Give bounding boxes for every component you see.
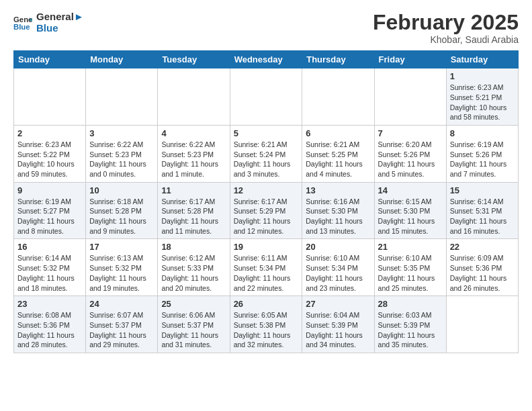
day-info: Sunrise: 6:15 AMSunset: 5:30 PMDaylight:…: [378, 197, 443, 236]
calendar-cell: [446, 296, 518, 353]
day-number: 11: [161, 185, 226, 195]
calendar-cell: [158, 68, 230, 126]
week-row-1: 1Sunrise: 6:23 AMSunset: 5:21 PMDaylight…: [14, 68, 519, 126]
calendar-cell: 14Sunrise: 6:15 AMSunset: 5:30 PMDayligh…: [374, 182, 446, 239]
calendar-cell: 3Sunrise: 6:22 AMSunset: 5:23 PMDaylight…: [86, 125, 158, 182]
day-number: 20: [306, 242, 370, 252]
calendar-cell: [230, 68, 302, 126]
calendar-cell: 19Sunrise: 6:11 AMSunset: 5:34 PMDayligh…: [230, 239, 302, 296]
calendar-cell: 24Sunrise: 6:07 AMSunset: 5:37 PMDayligh…: [86, 296, 158, 353]
day-number: 8: [450, 128, 515, 138]
day-number: 1: [450, 71, 515, 81]
calendar-cell: [374, 68, 446, 126]
svg-text:Blue: Blue: [13, 24, 30, 32]
page: General Blue General► Blue February 2025…: [0, 0, 532, 364]
day-info: Sunrise: 6:10 AMSunset: 5:35 PMDaylight:…: [378, 253, 443, 293]
calendar-cell: 5Sunrise: 6:21 AMSunset: 5:24 PMDaylight…: [230, 125, 302, 182]
calendar-cell: 1Sunrise: 6:23 AMSunset: 5:21 PMDaylight…: [446, 68, 518, 126]
day-number: 6: [306, 128, 370, 138]
title-block: February 2025 Khobar, Saudi Arabia: [373, 11, 519, 45]
calendar-cell: 8Sunrise: 6:19 AMSunset: 5:26 PMDaylight…: [446, 125, 518, 182]
day-info: Sunrise: 6:05 AMSunset: 5:38 PMDaylight:…: [234, 310, 299, 350]
calendar-cell: 23Sunrise: 6:08 AMSunset: 5:36 PMDayligh…: [14, 296, 86, 353]
calendar-cell: 11Sunrise: 6:17 AMSunset: 5:28 PMDayligh…: [158, 182, 230, 239]
day-info: Sunrise: 6:17 AMSunset: 5:29 PMDaylight:…: [234, 197, 299, 236]
weekday-tuesday: Tuesday: [158, 51, 230, 68]
day-number: 14: [378, 185, 443, 195]
day-number: 27: [306, 299, 370, 309]
month-title: February 2025: [373, 11, 519, 34]
day-info: Sunrise: 6:19 AMSunset: 5:26 PMDaylight:…: [450, 140, 515, 179]
day-info: Sunrise: 6:17 AMSunset: 5:28 PMDaylight:…: [161, 197, 226, 236]
weekday-monday: Monday: [86, 51, 158, 68]
day-info: Sunrise: 6:07 AMSunset: 5:37 PMDaylight:…: [89, 310, 154, 350]
day-info: Sunrise: 6:04 AMSunset: 5:39 PMDaylight:…: [306, 310, 370, 350]
calendar-cell: 9Sunrise: 6:19 AMSunset: 5:27 PMDaylight…: [14, 182, 86, 239]
day-number: 15: [450, 185, 515, 195]
day-info: Sunrise: 6:14 AMSunset: 5:32 PMDaylight:…: [17, 253, 82, 293]
logo: General Blue General► Blue: [13, 11, 84, 34]
day-number: 12: [234, 185, 299, 195]
day-info: Sunrise: 6:20 AMSunset: 5:26 PMDaylight:…: [378, 140, 443, 179]
calendar-cell: 6Sunrise: 6:21 AMSunset: 5:25 PMDaylight…: [302, 125, 374, 182]
day-info: Sunrise: 6:06 AMSunset: 5:37 PMDaylight:…: [161, 310, 226, 350]
calendar-cell: 27Sunrise: 6:04 AMSunset: 5:39 PMDayligh…: [302, 296, 374, 353]
logo-general: General►: [36, 11, 84, 22]
day-number: 4: [161, 128, 226, 138]
day-info: Sunrise: 6:09 AMSunset: 5:36 PMDaylight:…: [450, 253, 515, 293]
day-number: 21: [378, 242, 443, 252]
day-info: Sunrise: 6:13 AMSunset: 5:32 PMDaylight:…: [89, 253, 154, 293]
logo-icon: General Blue: [13, 13, 32, 32]
day-info: Sunrise: 6:23 AMSunset: 5:22 PMDaylight:…: [17, 140, 82, 179]
day-info: Sunrise: 6:03 AMSunset: 5:39 PMDaylight:…: [378, 310, 443, 350]
weekday-header-row: SundayMondayTuesdayWednesdayThursdayFrid…: [14, 51, 519, 68]
calendar-cell: 7Sunrise: 6:20 AMSunset: 5:26 PMDaylight…: [374, 125, 446, 182]
week-row-5: 23Sunrise: 6:08 AMSunset: 5:36 PMDayligh…: [14, 296, 519, 353]
week-row-2: 2Sunrise: 6:23 AMSunset: 5:22 PMDaylight…: [14, 125, 519, 182]
calendar-cell: [14, 68, 86, 126]
location-subtitle: Khobar, Saudi Arabia: [373, 34, 519, 45]
calendar-cell: 28Sunrise: 6:03 AMSunset: 5:39 PMDayligh…: [374, 296, 446, 353]
day-info: Sunrise: 6:14 AMSunset: 5:31 PMDaylight:…: [450, 197, 515, 236]
day-info: Sunrise: 6:08 AMSunset: 5:36 PMDaylight:…: [17, 310, 82, 350]
calendar-cell: 22Sunrise: 6:09 AMSunset: 5:36 PMDayligh…: [446, 239, 518, 296]
calendar-cell: 13Sunrise: 6:16 AMSunset: 5:30 PMDayligh…: [302, 182, 374, 239]
logo-blue: Blue: [36, 22, 84, 34]
day-info: Sunrise: 6:16 AMSunset: 5:30 PMDaylight:…: [306, 197, 370, 236]
week-row-4: 16Sunrise: 6:14 AMSunset: 5:32 PMDayligh…: [14, 239, 519, 296]
day-number: 10: [89, 185, 154, 195]
weekday-thursday: Thursday: [302, 51, 374, 68]
calendar-cell: 20Sunrise: 6:10 AMSunset: 5:34 PMDayligh…: [302, 239, 374, 296]
day-info: Sunrise: 6:23 AMSunset: 5:21 PMDaylight:…: [450, 83, 515, 122]
day-number: 23: [17, 299, 82, 309]
calendar-cell: 12Sunrise: 6:17 AMSunset: 5:29 PMDayligh…: [230, 182, 302, 239]
day-info: Sunrise: 6:19 AMSunset: 5:27 PMDaylight:…: [17, 197, 82, 236]
day-number: 26: [234, 299, 299, 309]
day-number: 28: [378, 299, 443, 309]
day-info: Sunrise: 6:22 AMSunset: 5:23 PMDaylight:…: [161, 140, 226, 179]
header: General Blue General► Blue February 2025…: [13, 11, 519, 45]
day-number: 13: [306, 185, 370, 195]
calendar-cell: [302, 68, 374, 126]
calendar-cell: 15Sunrise: 6:14 AMSunset: 5:31 PMDayligh…: [446, 182, 518, 239]
calendar-cell: 10Sunrise: 6:18 AMSunset: 5:28 PMDayligh…: [86, 182, 158, 239]
day-info: Sunrise: 6:11 AMSunset: 5:34 PMDaylight:…: [234, 253, 299, 293]
day-number: 5: [234, 128, 299, 138]
day-number: 17: [89, 242, 154, 252]
day-number: 9: [17, 185, 82, 195]
week-row-3: 9Sunrise: 6:19 AMSunset: 5:27 PMDaylight…: [14, 182, 519, 239]
day-info: Sunrise: 6:18 AMSunset: 5:28 PMDaylight:…: [89, 197, 154, 236]
day-info: Sunrise: 6:12 AMSunset: 5:33 PMDaylight:…: [161, 253, 226, 293]
calendar: SundayMondayTuesdayWednesdayThursdayFrid…: [13, 50, 519, 353]
day-number: 22: [450, 242, 515, 252]
calendar-cell: 25Sunrise: 6:06 AMSunset: 5:37 PMDayligh…: [158, 296, 230, 353]
day-info: Sunrise: 6:10 AMSunset: 5:34 PMDaylight:…: [306, 253, 370, 293]
svg-text:General: General: [13, 15, 32, 24]
day-info: Sunrise: 6:21 AMSunset: 5:24 PMDaylight:…: [234, 140, 299, 179]
day-number: 2: [17, 128, 82, 138]
calendar-cell: 4Sunrise: 6:22 AMSunset: 5:23 PMDaylight…: [158, 125, 230, 182]
day-number: 3: [89, 128, 154, 138]
calendar-cell: 16Sunrise: 6:14 AMSunset: 5:32 PMDayligh…: [14, 239, 86, 296]
day-number: 18: [161, 242, 226, 252]
calendar-cell: 2Sunrise: 6:23 AMSunset: 5:22 PMDaylight…: [14, 125, 86, 182]
